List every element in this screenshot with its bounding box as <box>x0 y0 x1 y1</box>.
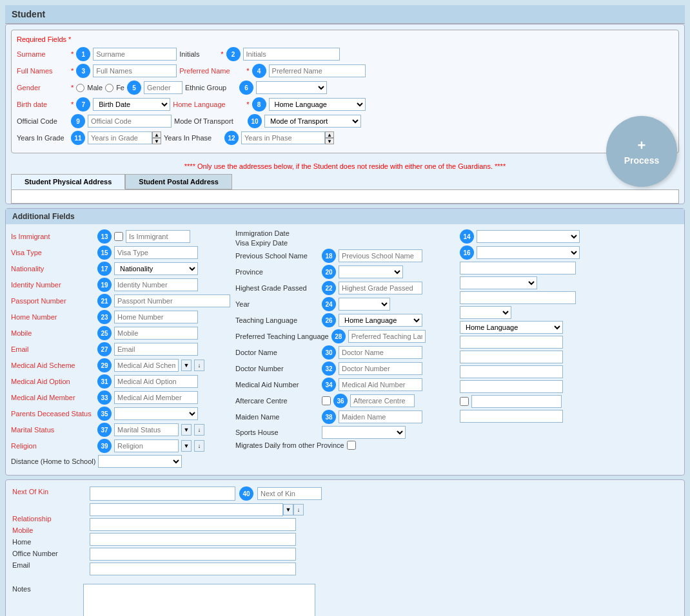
distance-select[interactable] <box>98 455 182 468</box>
province-select[interactable] <box>339 265 403 278</box>
year-label-mid: Year <box>235 300 319 308</box>
medical-option-label: Medical Aid Option <box>11 378 95 385</box>
medical-scheme-clear[interactable]: ↓ <box>194 360 204 371</box>
marital-dropdown[interactable]: ▼ <box>181 424 192 436</box>
is-immigrant-checkbox[interactable] <box>114 232 123 241</box>
parents-deceased-select[interactable] <box>114 407 198 420</box>
medical-aid-right-input[interactable] <box>460 380 563 393</box>
years-grade-input[interactable] <box>88 131 152 144</box>
immigration-date-select[interactable] <box>477 230 580 243</box>
badge-5: 5 <box>127 81 141 95</box>
prev-school-right-input[interactable] <box>460 262 576 274</box>
birth-date-label: Birth date <box>17 101 68 108</box>
years-phase-down[interactable]: ▼ <box>325 138 334 144</box>
birth-date-select[interactable]: Birth Date <box>93 98 170 111</box>
preferred-teaching-right-input[interactable] <box>460 336 563 349</box>
address-content <box>11 189 679 204</box>
highest-grade-input[interactable] <box>339 282 422 294</box>
year-right-select[interactable] <box>460 306 511 319</box>
relationship-clear[interactable]: ↓ <box>293 504 304 515</box>
maiden-name-right-input[interactable] <box>460 410 563 423</box>
tab-physical-address[interactable]: Student Physical Address <box>11 174 125 189</box>
doctor-number-right-input[interactable] <box>460 365 563 378</box>
gender-input[interactable] <box>144 81 182 94</box>
mobile-input[interactable] <box>114 327 198 340</box>
aftercare-checkbox[interactable] <box>322 396 331 405</box>
mode-transport-select[interactable]: Mode of Transport <box>264 115 361 128</box>
religion-input[interactable] <box>114 439 179 452</box>
visa-expiry-label-mid: Visa Expiry Date <box>235 239 319 247</box>
visa-type-input[interactable] <box>114 246 198 259</box>
years-phase-up[interactable]: ▲ <box>325 131 334 138</box>
badge-34: 34 <box>322 378 336 392</box>
doctor-name-label-mid: Doctor Name <box>235 349 319 356</box>
preferred-name-input[interactable] <box>269 64 366 77</box>
nok-name-input[interactable] <box>257 487 322 500</box>
migrates-checkbox[interactable] <box>347 441 356 450</box>
initials-input[interactable] <box>243 48 340 61</box>
relationship-dropdown[interactable]: ▼ <box>283 504 293 515</box>
full-names-input[interactable] <box>93 64 177 77</box>
sports-house-select[interactable] <box>322 426 406 439</box>
doctor-name-input[interactable] <box>339 346 422 359</box>
gender-male-radio[interactable] <box>76 84 84 92</box>
medical-scheme-dropdown[interactable]: ▼ <box>181 360 192 371</box>
province-right-select[interactable] <box>460 276 537 289</box>
aftercare-right-input[interactable] <box>471 395 562 408</box>
years-grade-up[interactable]: ▲ <box>152 131 161 138</box>
home-language-select[interactable]: Home Language <box>269 98 366 111</box>
medical-member-input[interactable] <box>114 391 198 404</box>
teaching-lang-select[interactable]: Home Language <box>339 314 422 327</box>
religion-dropdown[interactable]: ▼ <box>181 440 192 452</box>
nok-mobile-input[interactable] <box>90 518 296 531</box>
tab-postal-address[interactable]: Student Postal Address <box>125 174 232 189</box>
prev-school-input[interactable] <box>339 249 422 262</box>
years-phase-spinner[interactable]: ▲ ▼ <box>241 131 334 144</box>
nok-email-input[interactable] <box>90 563 296 575</box>
marital-clear[interactable]: ↓ <box>194 424 204 436</box>
years-grade-spinner[interactable]: ▲ ▼ <box>88 131 161 144</box>
preferred-teaching-input[interactable] <box>348 330 426 343</box>
doctor-number-input[interactable] <box>339 362 422 375</box>
official-code-input[interactable] <box>88 115 172 128</box>
highest-grade-right-input[interactable] <box>460 291 576 304</box>
gender-female-radio[interactable] <box>105 84 113 92</box>
ethnic-group-select[interactable] <box>256 81 327 94</box>
badge-40: 40 <box>239 486 253 501</box>
badge-32: 32 <box>322 361 336 376</box>
surname-input[interactable] <box>93 48 177 61</box>
page-title: Student <box>5 5 685 24</box>
email-input[interactable] <box>114 343 198 356</box>
medical-aid-number-input[interactable] <box>339 378 422 391</box>
nok-email-label: Email <box>12 560 70 569</box>
maiden-name-input[interactable] <box>339 410 422 423</box>
nationality-select[interactable]: Nationality <box>114 262 198 275</box>
home-number-input[interactable] <box>114 311 198 323</box>
preferred-teaching-label-mid: Preferred Teaching Language <box>235 332 329 340</box>
badge-37: 37 <box>97 423 112 437</box>
doctor-name-right-input[interactable] <box>460 351 563 363</box>
visa-expiry-select[interactable] <box>477 246 580 259</box>
process-button[interactable]: + Process <box>606 116 677 187</box>
medical-option-input[interactable] <box>114 375 198 388</box>
years-phase-input[interactable] <box>241 131 325 144</box>
notes-textarea[interactable] <box>83 584 315 616</box>
years-grade-down[interactable]: ▼ <box>152 138 161 144</box>
aftercare-right-checkbox[interactable] <box>460 397 469 406</box>
nok-input[interactable] <box>90 486 235 501</box>
nok-office-input[interactable] <box>90 548 296 561</box>
home-lang-right-select[interactable]: Home Language <box>460 321 563 334</box>
marital-input[interactable] <box>114 423 179 436</box>
nok-title-label: Next Of Kin <box>12 486 70 496</box>
religion-clear[interactable]: ↓ <box>194 440 204 452</box>
is-immigrant-input[interactable] <box>126 230 190 243</box>
home-language-label: Home Language <box>173 101 244 108</box>
identity-input[interactable] <box>114 278 198 291</box>
passport-input[interactable] <box>114 294 230 307</box>
badge-12: 12 <box>224 131 239 145</box>
medical-scheme-input[interactable] <box>114 359 179 372</box>
nok-home-input[interactable] <box>90 533 296 546</box>
aftercare-input[interactable] <box>350 394 415 407</box>
year-select[interactable] <box>339 298 390 311</box>
relationship-input[interactable] <box>90 503 283 516</box>
